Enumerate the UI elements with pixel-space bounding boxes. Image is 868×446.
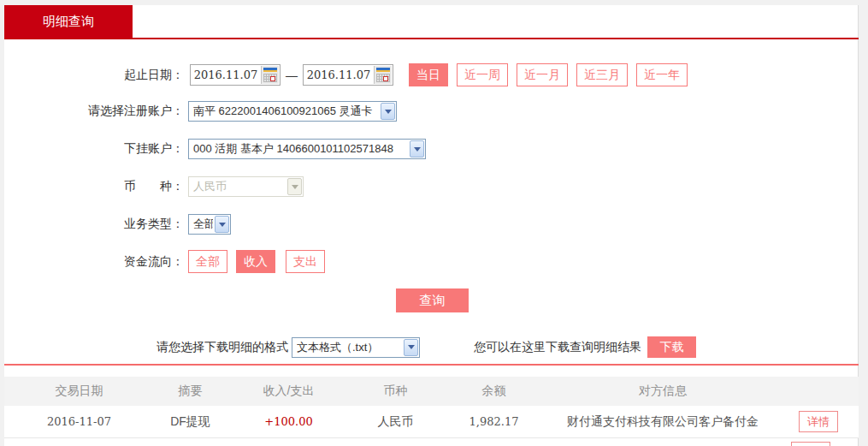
chevron-down-icon [410, 140, 424, 158]
chevron-down-icon [404, 339, 418, 356]
sub-account-row: 下挂账户： 000 活期 基本户 1406600101102571848 [0, 139, 426, 159]
fund-flow-row: 资金流向： 全部 收入 支出 [0, 250, 325, 273]
header-summary: 摘要 [154, 384, 227, 399]
chevron-down-icon [215, 216, 229, 233]
business-type-label: 业务类型： [0, 217, 184, 232]
header-currency: 币种 [351, 384, 440, 399]
register-account-value: 南平 6222001406100921065 灵通卡 [193, 104, 373, 119]
detail-button[interactable]: 详情 [799, 411, 838, 432]
sub-account-label: 下挂账户： [0, 141, 184, 157]
cell-summary: DF提现 [154, 414, 227, 430]
fund-flow-expense-button[interactable]: 支出 [286, 250, 325, 273]
quick-range-today-button[interactable]: 当日 [409, 63, 448, 86]
header-counterparty: 对方信息 [547, 384, 778, 399]
currency-select: 人民币 [188, 176, 304, 197]
tab-label: 明细查询 [43, 14, 94, 30]
header-income-expense: 收入/支出 [227, 384, 351, 399]
calendar-icon[interactable] [261, 66, 279, 84]
download-hint: 您可以在这里下载查询明细结果 [474, 340, 641, 355]
table-top-divider [4, 364, 859, 366]
query-button[interactable]: 查询 [396, 288, 469, 312]
cell-income-expense: +100.00 [227, 415, 351, 428]
quick-range-quarter-button[interactable]: 近三月 [576, 63, 628, 86]
business-type-select[interactable]: 全部 [188, 214, 231, 235]
cell-currency: 人民币 [351, 414, 440, 430]
fund-flow-income-button[interactable]: 收入 [236, 250, 275, 273]
start-date-input[interactable]: 2016.11.07 [190, 64, 280, 86]
download-button[interactable]: 下载 [647, 336, 696, 358]
detail-query-page: 明细查询 起止日期： 2016.11.07 — 2016.11.07 当日 近一… [0, 0, 868, 446]
business-type-value: 全部 [193, 217, 213, 232]
tab-underline [4, 38, 859, 39]
date-separator: — [286, 68, 298, 82]
download-format-label: 请您选择下载明细的格式 [156, 340, 288, 355]
quick-range-week-button[interactable]: 近一周 [457, 63, 508, 86]
download-format-value: 文本格式（.txt） [297, 340, 378, 355]
cell-counterparty: 财付通支付科技有限公司客户备付金 [547, 414, 778, 430]
register-account-row: 请选择注册账户： 南平 6222001406100921065 灵通卡 [0, 101, 397, 122]
date-range-row: 起止日期： 2016.11.07 — 2016.11.07 当日 近一周 近一月… [0, 63, 688, 86]
register-account-select[interactable]: 南平 6222001406100921065 灵通卡 [188, 101, 397, 122]
cell-trade-date: 2016-11-07 [4, 415, 154, 428]
download-row: 请您选择下载明细的格式 文本格式（.txt） 您可以在这里下载查询明细结果 下载 [156, 336, 696, 358]
currency-row: 币 种： 人民币 [0, 176, 304, 197]
register-account-label: 请选择注册账户： [0, 104, 184, 119]
currency-value: 人民币 [193, 179, 227, 194]
chevron-down-icon [381, 103, 395, 120]
tab-detail-query[interactable]: 明细查询 [4, 5, 133, 38]
table-header: 交易日期 摘要 收入/支出 币种 余额 对方信息 [4, 377, 859, 406]
sub-account-select[interactable]: 000 活期 基本户 1406600101102571848 [188, 139, 426, 159]
header-balance: 余额 [440, 384, 547, 399]
next-row-detail-button-partial[interactable] [791, 442, 830, 446]
sub-account-value: 000 活期 基本户 1406600101102571848 [193, 141, 393, 157]
end-date-value: 2016.11.07 [304, 68, 374, 81]
currency-label: 币 种： [0, 179, 184, 194]
business-type-row: 业务类型： 全部 [0, 214, 231, 235]
date-range-label: 起止日期： [0, 68, 184, 83]
calendar-icon[interactable] [374, 66, 392, 84]
cell-action: 详情 [778, 411, 859, 432]
end-date-input[interactable]: 2016.11.07 [303, 64, 393, 86]
download-format-select[interactable]: 文本格式（.txt） [292, 337, 420, 358]
quick-range-month-button[interactable]: 近一月 [517, 63, 568, 86]
chevron-down-icon [287, 178, 302, 195]
table-row: 2016-11-07 DF提现 +100.00 人民币 1,982.17 财付通… [4, 406, 859, 438]
fund-flow-label: 资金流向： [0, 254, 184, 270]
fund-flow-all-button[interactable]: 全部 [188, 250, 227, 273]
cell-balance: 1,982.17 [440, 415, 547, 428]
quick-range-year-button[interactable]: 近一年 [636, 63, 688, 86]
start-date-value: 2016.11.07 [191, 68, 261, 81]
header-trade-date: 交易日期 [4, 384, 154, 399]
